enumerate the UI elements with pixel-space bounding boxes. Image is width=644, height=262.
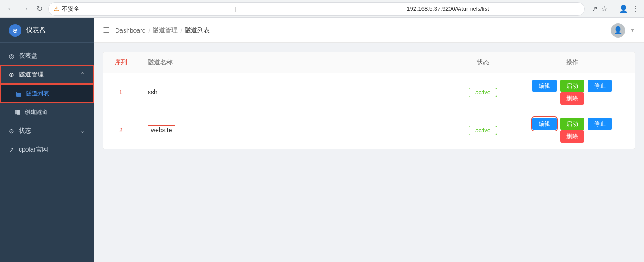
sidebar: ⊕ 仪表盘 ◎ 仪表盘 ⊕ 隧道管理 ⌃ ▦ 隧道列表 <box>0 18 94 262</box>
sidebar-submenu: ▦ 隧道列表 ▦ 创建隧道 <box>0 84 94 122</box>
sidebar-item-tunnel-list[interactable]: ▦ 隧道列表 <box>0 84 94 103</box>
table-wrapper: 序列 隧道名称 状态 操作 1 ssh <box>103 52 635 149</box>
menu-toggle-button[interactable]: ☰ <box>103 25 110 35</box>
sidebar-item-tunnel-management[interactable]: ⊕ 隧道管理 ⌃ <box>0 65 94 84</box>
back-button[interactable]: ← <box>5 4 16 14</box>
dashboard-icon: ◎ <box>9 52 14 59</box>
row2-start-button[interactable]: 启动 <box>560 118 584 130</box>
table-row: 2 website active 编辑 启动 停止 删除 <box>103 111 635 149</box>
sidebar-logo: ⊕ 仪表盘 <box>0 18 94 43</box>
row2-actions: 编辑 启动 停止 删除 <box>510 111 635 149</box>
col-header-status: 状态 <box>456 52 510 73</box>
reload-button[interactable]: ↻ <box>34 4 45 14</box>
top-bar-right: 👤 ▼ <box>611 23 635 38</box>
avatar[interactable]: 👤 <box>611 23 625 38</box>
row2-status: active <box>456 111 510 149</box>
row2-stop-button[interactable]: 停止 <box>588 118 612 130</box>
forward-button[interactable]: → <box>20 4 30 14</box>
sidebar-item-dashboard[interactable]: ◎ 仪表盘 <box>0 46 94 65</box>
browser-right-icons: ↗ ☆ □ 👤 ⋮ <box>592 4 639 13</box>
sidebar-item-cpolar[interactable]: ↗ cpolar官网 <box>0 140 94 159</box>
sidebar-label-cpolar: cpolar官网 <box>19 146 85 154</box>
breadcrumb-parent[interactable]: 隧道管理 <box>153 26 178 34</box>
top-bar-left: ☰ Dashboard / 隧道管理 / 隧道列表 <box>103 25 210 35</box>
chevron-down-icon: ⌄ <box>80 128 85 134</box>
tunnel-list-icon: ▦ <box>16 90 21 97</box>
row2-edit-button[interactable]: 编辑 <box>532 118 557 130</box>
create-tunnel-icon: ▦ <box>14 109 20 116</box>
row1-index: 1 <box>103 73 139 111</box>
row1-name: ssh <box>139 73 456 111</box>
row2-status-badge: active <box>469 126 497 135</box>
sidebar-label-create-tunnel: 创建隧道 <box>25 108 85 116</box>
sidebar-menu: ◎ 仪表盘 ⊕ 隧道管理 ⌃ ▦ 隧道列表 ▦ 创建隧道 <box>0 43 94 159</box>
row2-delete-button[interactable]: 删除 <box>560 130 584 143</box>
top-bar: ☰ Dashboard / 隧道管理 / 隧道列表 👤 ▼ <box>94 18 644 43</box>
row1-edit-button[interactable]: 编辑 <box>532 80 557 92</box>
url-value: 192.168.5.37:9200/#/tunnels/list <box>407 5 579 12</box>
col-header-actions: 操作 <box>510 52 635 73</box>
tunnel-table: 序列 隧道名称 状态 操作 1 ssh <box>103 52 635 149</box>
row2-name: website <box>139 111 456 149</box>
page-body: 序列 隧道名称 状态 操作 1 ssh <box>94 43 644 262</box>
breadcrumb: Dashboard / 隧道管理 / 隧道列表 <box>115 26 210 34</box>
table-body: 1 ssh active 编辑 启动 停止 删除 <box>103 73 635 149</box>
logo-text: 仪表盘 <box>26 26 46 34</box>
url-text: 不安全 <box>62 5 234 13</box>
sidebar-item-create-tunnel[interactable]: ▦ 创建隧道 <box>0 103 94 122</box>
col-header-name: 隧道名称 <box>139 52 456 73</box>
browser-bar: ← → ↻ ⚠ 不安全 | 192.168.5.37:9200/#/tunnel… <box>0 0 644 18</box>
row1-name-text: ssh <box>148 89 158 96</box>
tab-icon[interactable]: □ <box>611 5 615 13</box>
bookmark-icon[interactable]: ☆ <box>601 4 607 13</box>
sidebar-item-status[interactable]: ⊙ 状态 ⌄ <box>0 122 94 140</box>
menu-icon[interactable]: ⋮ <box>632 4 639 13</box>
tunnel-management-icon: ⊕ <box>9 71 14 78</box>
col-header-index: 序列 <box>103 52 139 73</box>
row1-status-badge: active <box>469 88 497 97</box>
main-content: ☰ Dashboard / 隧道管理 / 隧道列表 👤 ▼ <box>94 18 644 262</box>
table-header-row: 序列 隧道名称 状态 操作 <box>103 52 635 73</box>
breadcrumb-home[interactable]: Dashboard <box>115 27 146 34</box>
row1-stop-button[interactable]: 停止 <box>588 80 612 92</box>
sidebar-label-dashboard: 仪表盘 <box>19 52 85 60</box>
breadcrumb-sep1: / <box>149 27 150 34</box>
breadcrumb-current: 隧道列表 <box>185 26 210 34</box>
external-link-icon: ↗ <box>9 146 14 153</box>
url-separator: | <box>234 5 407 12</box>
table-row: 1 ssh active 编辑 启动 停止 删除 <box>103 73 635 111</box>
row1-actions: 编辑 启动 停止 删除 <box>510 73 635 111</box>
sidebar-label-tunnel-management: 隧道管理 <box>19 71 76 79</box>
security-warning-icon: ⚠ <box>54 5 59 12</box>
profile-icon[interactable]: 👤 <box>619 4 628 13</box>
avatar-icon: 👤 <box>614 26 623 34</box>
table-header: 序列 隧道名称 状态 操作 <box>103 52 635 73</box>
chevron-up-icon: ⌃ <box>80 72 85 78</box>
row2-name-text: website <box>148 125 175 135</box>
sidebar-label-tunnel-list: 隧道列表 <box>26 89 85 97</box>
app-container: ⊕ 仪表盘 ◎ 仪表盘 ⊕ 隧道管理 ⌃ ▦ 隧道列表 <box>0 18 644 262</box>
row1-start-button[interactable]: 启动 <box>560 80 584 92</box>
share-icon[interactable]: ↗ <box>592 4 598 13</box>
sidebar-label-status: 状态 <box>19 127 76 135</box>
row2-index: 2 <box>103 111 139 149</box>
user-dropdown-arrow[interactable]: ▼ <box>630 27 635 34</box>
logo-icon: ⊕ <box>9 24 21 37</box>
status-icon: ⊙ <box>9 127 14 135</box>
row1-status: active <box>456 73 510 111</box>
breadcrumb-sep2: / <box>180 27 182 34</box>
address-bar[interactable]: ⚠ 不安全 | 192.168.5.37:9200/#/tunnels/list <box>48 2 585 16</box>
row1-delete-button[interactable]: 删除 <box>560 92 584 105</box>
